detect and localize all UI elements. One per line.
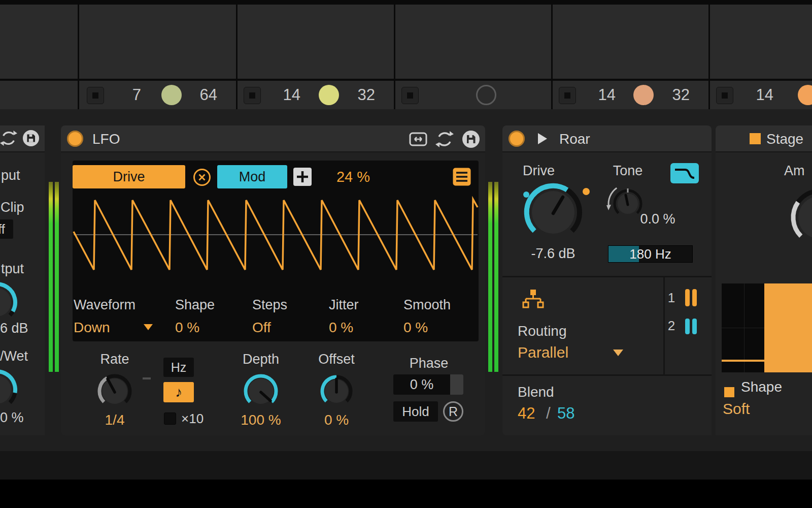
x10-label: ×10 [181, 410, 204, 427]
amount-label: Am [784, 162, 805, 179]
smooth-value[interactable]: 0 % [403, 319, 428, 336]
tone-freq-value[interactable]: 180 Hz [608, 246, 692, 262]
save-icon[interactable] [22, 130, 40, 147]
ableton-live-window: 7 64 14 32 14 32 14 [0, 0, 812, 508]
device-title-bar: Roar [502, 125, 712, 152]
rate-hz-button[interactable]: Hz [163, 358, 194, 377]
steps-value[interactable]: Off [252, 319, 271, 336]
stage2-meter-bar[interactable] [685, 319, 690, 334]
jitter-value[interactable]: 0 % [329, 319, 353, 336]
clip-loop-length: 32 [644, 85, 690, 105]
roar-device: Roar Drive Tone -7.6 dB 0.0 % [502, 125, 712, 435]
rate-knob[interactable] [94, 371, 135, 411]
device-meter-right-l [488, 182, 492, 372]
map-target-button[interactable]: Drive [73, 165, 185, 188]
clipped-label: tput [1, 260, 24, 277]
unmap-icon[interactable] [193, 168, 211, 186]
clip-play-count: 14 [728, 85, 773, 105]
depth-label: Depth [230, 351, 291, 368]
lfo-device: LFO Drive [61, 125, 485, 435]
stage-tab[interactable]: Stage [766, 125, 803, 152]
clip-play-count: 14 [570, 85, 616, 105]
clipped-knob[interactable] [0, 364, 22, 415]
mapping-list-icon[interactable] [452, 167, 471, 186]
rate-value[interactable]: 1/4 [84, 411, 145, 429]
clip-progress-pie [798, 85, 812, 105]
shaper-curve-line [722, 360, 764, 362]
offset-knob[interactable] [317, 372, 356, 410]
scene-divider [0, 0, 812, 5]
shape-value[interactable]: 0 % [175, 319, 199, 336]
stage-tab-bar: Stage [716, 125, 812, 152]
clip-play-count: 14 [255, 85, 300, 105]
save-icon[interactable] [462, 130, 480, 148]
rate-sync-button[interactable]: ♪ [163, 382, 194, 402]
hz-label: Hz [171, 360, 187, 375]
map-frame-icon[interactable] [409, 131, 427, 148]
drive-value[interactable]: -7.6 dB [513, 245, 594, 262]
offset-value[interactable]: 0 % [306, 411, 367, 429]
preview-play-icon[interactable] [538, 133, 547, 144]
clip-progress-pie-empty [476, 85, 496, 105]
routing-value[interactable]: Parallel [518, 343, 568, 362]
stage1-meter-bar[interactable] [685, 289, 690, 306]
amount-knob[interactable] [784, 182, 812, 253]
shaper-curve-display [722, 283, 812, 372]
tone-freq-box[interactable]: 180 Hz [608, 245, 693, 263]
bottom-bar [0, 480, 812, 508]
tone-value[interactable]: 0.0 % [627, 210, 688, 228]
clipped-value[interactable]: 0 % [0, 409, 24, 426]
retrigger-label: R [449, 404, 458, 419]
stop-icon [722, 92, 728, 99]
clipped-value[interactable]: 6 dB [0, 320, 28, 337]
clip-loop-length: 32 [329, 85, 375, 105]
stage2-meter-bar[interactable] [692, 319, 697, 334]
device-meter-left-r [55, 182, 59, 372]
mod-tab-button[interactable]: Mod [217, 165, 287, 188]
clipped-toggle[interactable]: ff [0, 219, 13, 239]
device-activator-led[interactable] [67, 131, 83, 147]
depth-knob[interactable] [241, 371, 281, 411]
retrigger-button[interactable]: R [443, 401, 463, 422]
device-title-bar: LFO [61, 125, 485, 152]
shape-label: Shape [175, 296, 215, 313]
blend-value-b[interactable]: 58 [557, 404, 574, 423]
steps-label: Steps [252, 296, 287, 313]
drive-knob[interactable] [520, 179, 586, 245]
waveform-value[interactable]: Down [74, 319, 110, 336]
track-divider [551, 0, 553, 109]
shape-value[interactable]: Soft [723, 400, 750, 418]
hold-button[interactable]: Hold [393, 401, 438, 422]
blend-separator: / [546, 404, 551, 423]
device-meter-right-r [494, 182, 498, 372]
add-mapping-icon[interactable] [292, 167, 313, 187]
x10-checkbox[interactable] [164, 412, 176, 425]
toggle-label: ff [0, 222, 5, 237]
depth-value[interactable]: 100 % [230, 411, 291, 429]
clip-stop-button[interactable] [401, 87, 419, 104]
device-title: LFO [92, 131, 120, 148]
mod-amount-value[interactable]: 24 % [330, 168, 376, 185]
clip-loop-length: 64 [172, 85, 217, 105]
hold-label: Hold [402, 404, 429, 420]
stage1-number: 1 [665, 289, 678, 306]
tone-filter-icon[interactable] [670, 163, 699, 184]
rate-mod-dash [143, 377, 151, 379]
device-activator-led[interactable] [509, 131, 525, 147]
refresh-icon[interactable] [0, 130, 17, 147]
phase-value-box[interactable]: 0 % [393, 374, 463, 395]
track-divider [708, 0, 710, 109]
shape-label: Shape [741, 378, 782, 396]
lfo-display: Drive Mod 24 % [73, 161, 479, 341]
track-divider [236, 0, 238, 109]
routing-dropdown-arrow[interactable] [613, 350, 623, 356]
phase-drag-handle[interactable] [450, 374, 463, 395]
phase-value[interactable]: 0 % [393, 374, 450, 395]
refresh-icon[interactable] [435, 130, 454, 148]
device-meter-left-l [49, 182, 53, 372]
clipped-label: t Clip [0, 199, 24, 216]
device-partial-left: put t Clip ff tput 6 dB /Wet 0 % [0, 125, 45, 435]
waveform-dropdown-arrow[interactable] [144, 324, 153, 330]
stage1-meter-bar[interactable] [692, 289, 697, 306]
blend-value-a[interactable]: 42 [518, 404, 535, 423]
